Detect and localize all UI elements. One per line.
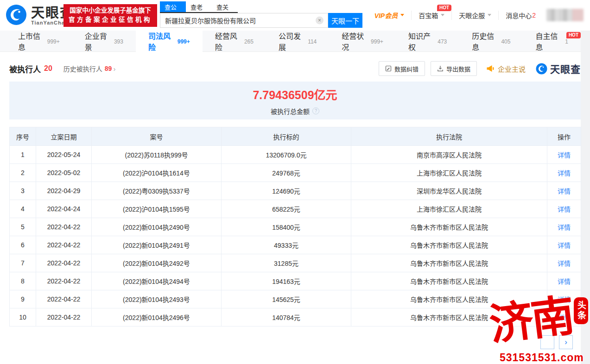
table-row: 72022-04-22(2022)新0104执2492号31285元乌鲁木齐市新…: [10, 254, 581, 272]
detail-link[interactable]: 详情: [558, 188, 571, 195]
table-row: 62022-04-22(2022)新0104执2491号49333元乌鲁木齐市新…: [10, 236, 581, 254]
table-row: 32022-04-29(2022)粤0309执5337号124690元深圳市龙华…: [10, 182, 581, 200]
search-tab-relation[interactable]: 查关系: [212, 1, 238, 12]
watermark-url: 531531531.com: [500, 351, 584, 364]
table-row: 82022-04-22(2022)新0104执2494号194163元乌鲁木齐市…: [10, 272, 581, 290]
col-header: 序号: [10, 127, 36, 146]
gov-certification-badge: 国家中小企业发展子基金旗下 官方备案企业征信机构: [63, 4, 157, 27]
nav-tab-0[interactable]: 上市信息999+: [6, 31, 72, 51]
top-header: 天眼查 TianYanCha.com 国家中小企业发展子基金旗下 官方备案企业征…: [0, 0, 590, 30]
tianyancha-eye-icon: [6, 4, 27, 27]
detail-link[interactable]: 详情: [558, 206, 571, 213]
help-icon[interactable]: ?: [312, 107, 319, 114]
table-row: 102022-04-22(2022)新0104执2496号140784元乌鲁木齐…: [10, 308, 581, 326]
chevron-down-icon: [441, 14, 444, 18]
detail-link[interactable]: 详情: [558, 169, 571, 177]
search-tab-company[interactable]: 查公司: [160, 1, 186, 12]
nav-tab-6[interactable]: 知识产权473: [396, 31, 459, 51]
hot-badge: HOT: [566, 32, 581, 38]
table-row: 22022-05-02(2022)沪0104执1614号249768元上海市徐汇…: [10, 164, 581, 182]
chevron-down-icon: [400, 14, 404, 18]
nav-tab-1[interactable]: 企业背景393: [72, 31, 136, 51]
executed-total-amount: 7.79436509亿元: [253, 86, 337, 102]
table-row: 92022-04-22(2022)新0104执2493号145625元乌鲁木齐市…: [10, 290, 581, 308]
search-tabs: 查公司 查老板 查关系: [160, 1, 238, 13]
table-header-row: 序号 立案日期 案号 执行标的 执行法院 操作: [10, 127, 581, 146]
nav-tab-2[interactable]: 司法风险999+: [136, 31, 203, 52]
col-header: 执行标的: [222, 127, 351, 146]
chevron-down-icon: [488, 14, 491, 18]
chevron-right-icon: ›: [113, 65, 115, 73]
menu-enterprise-services[interactable]: 天眼企服: [451, 11, 498, 20]
detail-link[interactable]: 详情: [558, 314, 571, 321]
tianyancha-eye-icon: [536, 63, 547, 75]
col-header: 立案日期: [36, 127, 92, 146]
clear-search-icon[interactable]: ×: [316, 17, 324, 25]
detail-link[interactable]: 详情: [558, 242, 571, 249]
history-executed-link[interactable]: 历史被执行人 89 ›: [63, 64, 116, 73]
section-title: 被执行人: [9, 63, 41, 75]
edit-doc-icon: [385, 65, 392, 72]
col-header: 案号: [92, 127, 222, 146]
table-row: 52022-04-22(2022)新0104执2490号158400元乌鲁木齐市…: [10, 218, 581, 236]
gov-badge-line1: 国家中小企业发展子基金旗下: [69, 6, 152, 15]
nav-tab-8[interactable]: 自主信息1HOT: [523, 31, 581, 51]
search-input[interactable]: [160, 13, 328, 27]
detail-link[interactable]: 详情: [558, 224, 571, 231]
export-data-button[interactable]: 导出数据: [431, 61, 477, 76]
download-icon: [437, 65, 444, 72]
hot-badge: HOT: [437, 5, 451, 11]
detail-link[interactable]: 详情: [558, 278, 571, 285]
pagination-page-button[interactable]: [540, 335, 554, 349]
nav-tab-7[interactable]: 历史信息405: [459, 31, 523, 51]
detail-link[interactable]: 详情: [558, 260, 571, 267]
section-bar: 被执行人 20 历史被执行人 89 › 数据纠错 导出数据 企业主说 天眼查: [9, 60, 581, 77]
col-header: 执行法院: [351, 127, 547, 146]
table-row: 12022-05-24(2022)苏0118执999号13206709.0元南京…: [10, 146, 581, 164]
menu-toolbox[interactable]: HOT 百宝箱: [411, 11, 451, 20]
pagination-next-button[interactable]: ›: [559, 335, 573, 349]
megaphone-icon: [486, 65, 495, 72]
gov-badge-line2: 官方备案企业征信机构: [69, 15, 152, 25]
menu-vip[interactable]: VIP会员: [368, 11, 412, 20]
executed-persons-table: 序号 立案日期 案号 执行标的 执行法院 操作 12022-05-24(2022…: [9, 127, 581, 326]
nav-tab-4[interactable]: 公司发展114: [266, 31, 329, 51]
data-correction-button[interactable]: 数据纠错: [379, 61, 425, 76]
company-nav-tabs: 上市信息999+企业背景393司法风险999+经营风险265公司发展114经营状…: [0, 31, 581, 52]
search-area: 查公司 查老板 查关系 × 天眼一下: [160, 1, 362, 28]
menu-message-center[interactable]: 消息中心2: [498, 11, 543, 20]
detail-link[interactable]: 详情: [558, 151, 571, 159]
executed-amount-label: 被执行总金额: [271, 107, 310, 116]
tianyancha-brand-mark: 天眼查: [536, 62, 581, 75]
search-button[interactable]: 天眼一下: [328, 13, 362, 28]
search-tab-boss[interactable]: 查老板: [186, 1, 212, 12]
table-row: 42022-04-24(2022)沪0104执1595号658225元上海市徐汇…: [10, 200, 581, 218]
blurred-username[interactable]: [546, 9, 584, 21]
section-count: 20: [44, 64, 52, 73]
top-menu: VIP会员 HOT 百宝箱 天眼企服 消息中心2: [368, 9, 584, 21]
col-header: 操作: [547, 127, 581, 146]
nav-tab-5[interactable]: 经营状况999+: [329, 31, 396, 51]
nav-tab-3[interactable]: 经营风险265: [203, 31, 266, 51]
page: 天眼查 TianYanCha.com 国家中小企业发展子基金旗下 官方备案企业征…: [0, 0, 590, 364]
page-background-gutter: [581, 31, 590, 364]
detail-link[interactable]: 详情: [558, 296, 571, 303]
message-count-badge: 2: [532, 12, 536, 19]
owner-statement-link[interactable]: 企业主说: [486, 64, 526, 74]
executed-amount-banner: 7.79436509亿元 被执行总金额 ?: [9, 82, 581, 119]
pagination: ›: [540, 335, 573, 349]
